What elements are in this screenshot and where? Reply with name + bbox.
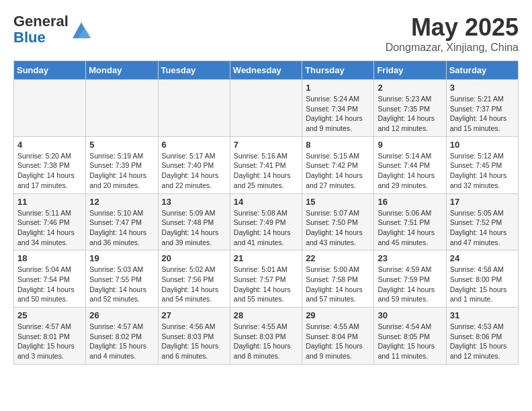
calendar-week-row: 4Sunrise: 5:20 AM Sunset: 7:38 PM Daylig… [14,136,519,193]
calendar-cell: 20Sunrise: 5:02 AM Sunset: 7:56 PM Dayli… [158,250,230,308]
day-info: Sunrise: 5:07 AM Sunset: 7:50 PM Dayligh… [306,208,370,248]
calendar-week-row: 18Sunrise: 5:04 AM Sunset: 7:54 PM Dayli… [14,250,519,308]
calendar-cell: 26Sunrise: 4:57 AM Sunset: 8:02 PM Dayli… [86,308,158,365]
day-of-week-header: Saturday [446,61,518,80]
calendar-cell [158,80,230,137]
page-header: General Blue May 2025 Dongmazar, Xinjian… [13,13,519,54]
calendar-cell: 10Sunrise: 5:12 AM Sunset: 7:45 PM Dayli… [446,136,518,193]
calendar-cell: 7Sunrise: 5:16 AM Sunset: 7:41 PM Daylig… [230,136,302,193]
calendar-cell: 30Sunrise: 4:54 AM Sunset: 8:05 PM Dayli… [374,308,446,365]
location-subtitle: Dongmazar, Xinjiang, China [386,42,519,54]
calendar-cell: 11Sunrise: 5:11 AM Sunset: 7:46 PM Dayli… [14,193,86,250]
calendar-cell: 14Sunrise: 5:08 AM Sunset: 7:49 PM Dayli… [230,193,302,250]
day-number: 17 [450,197,515,207]
calendar-cell: 2Sunrise: 5:23 AM Sunset: 7:35 PM Daylig… [374,80,446,137]
calendar-cell: 29Sunrise: 4:55 AM Sunset: 8:04 PM Dayli… [302,308,374,365]
day-number: 12 [89,197,154,207]
day-info: Sunrise: 5:06 AM Sunset: 7:51 PM Dayligh… [378,208,442,248]
day-number: 15 [306,197,370,207]
logo: General Blue [13,13,91,46]
day-info: Sunrise: 4:53 AM Sunset: 8:06 PM Dayligh… [450,322,515,361]
day-number: 25 [17,310,82,320]
day-info: Sunrise: 5:20 AM Sunset: 7:38 PM Dayligh… [17,151,82,191]
day-info: Sunrise: 4:57 AM Sunset: 8:01 PM Dayligh… [17,322,82,361]
day-info: Sunrise: 5:02 AM Sunset: 7:56 PM Dayligh… [162,265,226,304]
day-of-week-header: Wednesday [230,61,302,80]
month-year-title: May 2025 [386,13,519,42]
calendar-week-row: 25Sunrise: 4:57 AM Sunset: 8:01 PM Dayli… [14,308,519,365]
day-number: 13 [162,197,226,207]
logo-blue: Blue [13,30,69,46]
calendar-cell: 24Sunrise: 4:58 AM Sunset: 8:00 PM Dayli… [446,250,518,308]
logo-icon [71,19,91,40]
day-number: 8 [306,140,370,150]
day-info: Sunrise: 5:24 AM Sunset: 7:34 PM Dayligh… [306,94,370,134]
day-number: 24 [450,253,515,263]
day-number: 6 [162,140,226,150]
calendar-cell: 25Sunrise: 4:57 AM Sunset: 8:01 PM Dayli… [14,308,86,365]
calendar-cell: 23Sunrise: 4:59 AM Sunset: 7:59 PM Dayli… [374,250,446,308]
day-info: Sunrise: 5:21 AM Sunset: 7:37 PM Dayligh… [450,94,515,134]
calendar-cell [230,80,302,137]
logo-general: General [13,13,69,30]
day-number: 23 [378,253,442,263]
day-number: 30 [378,310,442,320]
day-info: Sunrise: 5:09 AM Sunset: 7:48 PM Dayligh… [162,208,226,248]
day-number: 26 [89,310,154,320]
day-info: Sunrise: 5:17 AM Sunset: 7:40 PM Dayligh… [162,151,226,191]
day-info: Sunrise: 5:04 AM Sunset: 7:54 PM Dayligh… [17,265,82,304]
day-info: Sunrise: 4:58 AM Sunset: 8:00 PM Dayligh… [450,265,515,304]
day-of-week-header: Sunday [14,61,86,80]
calendar-cell: 13Sunrise: 5:09 AM Sunset: 7:48 PM Dayli… [158,193,230,250]
day-info: Sunrise: 5:05 AM Sunset: 7:52 PM Dayligh… [450,208,515,248]
day-number: 18 [17,253,82,263]
calendar-cell: 8Sunrise: 5:15 AM Sunset: 7:42 PM Daylig… [302,136,374,193]
calendar-cell: 16Sunrise: 5:06 AM Sunset: 7:51 PM Dayli… [374,193,446,250]
calendar-header-row: SundayMondayTuesdayWednesdayThursdayFrid… [14,61,519,80]
day-number: 11 [17,197,82,207]
calendar-cell: 4Sunrise: 5:20 AM Sunset: 7:38 PM Daylig… [14,136,86,193]
day-info: Sunrise: 5:10 AM Sunset: 7:47 PM Dayligh… [89,208,154,248]
day-number: 4 [17,140,82,150]
day-number: 20 [162,253,226,263]
day-number: 14 [234,197,298,207]
day-number: 7 [234,140,298,150]
day-info: Sunrise: 5:01 AM Sunset: 7:57 PM Dayligh… [234,265,298,304]
day-info: Sunrise: 5:08 AM Sunset: 7:49 PM Dayligh… [234,208,298,248]
calendar-cell: 31Sunrise: 4:53 AM Sunset: 8:06 PM Dayli… [446,308,518,365]
day-info: Sunrise: 5:19 AM Sunset: 7:39 PM Dayligh… [89,151,154,191]
day-info: Sunrise: 4:54 AM Sunset: 8:05 PM Dayligh… [378,322,442,361]
day-info: Sunrise: 4:55 AM Sunset: 8:03 PM Dayligh… [234,322,298,361]
day-info: Sunrise: 4:57 AM Sunset: 8:02 PM Dayligh… [89,322,154,361]
calendar-cell [86,80,158,137]
calendar-cell: 6Sunrise: 5:17 AM Sunset: 7:40 PM Daylig… [158,136,230,193]
day-info: Sunrise: 4:55 AM Sunset: 8:04 PM Dayligh… [306,322,370,361]
day-number: 21 [234,253,298,263]
day-info: Sunrise: 5:15 AM Sunset: 7:42 PM Dayligh… [306,151,370,191]
calendar-cell: 28Sunrise: 4:55 AM Sunset: 8:03 PM Dayli… [230,308,302,365]
day-info: Sunrise: 5:23 AM Sunset: 7:35 PM Dayligh… [378,94,442,134]
day-of-week-header: Friday [374,61,446,80]
day-number: 29 [306,310,370,320]
day-number: 1 [306,83,370,93]
calendar-cell: 22Sunrise: 5:00 AM Sunset: 7:58 PM Dayli… [302,250,374,308]
day-info: Sunrise: 4:59 AM Sunset: 7:59 PM Dayligh… [378,265,442,304]
calendar-cell: 21Sunrise: 5:01 AM Sunset: 7:57 PM Dayli… [230,250,302,308]
day-info: Sunrise: 5:00 AM Sunset: 7:58 PM Dayligh… [306,265,370,304]
day-number: 28 [234,310,298,320]
day-info: Sunrise: 5:16 AM Sunset: 7:41 PM Dayligh… [234,151,298,191]
day-number: 10 [450,140,515,150]
calendar-cell [14,80,86,137]
day-number: 16 [378,197,442,207]
calendar-table: SundayMondayTuesdayWednesdayThursdayFrid… [13,60,519,365]
day-number: 31 [450,310,515,320]
calendar-cell: 18Sunrise: 5:04 AM Sunset: 7:54 PM Dayli… [14,250,86,308]
calendar-cell: 19Sunrise: 5:03 AM Sunset: 7:55 PM Dayli… [86,250,158,308]
day-number: 2 [378,83,442,93]
day-info: Sunrise: 5:03 AM Sunset: 7:55 PM Dayligh… [89,265,154,304]
day-of-week-header: Tuesday [158,61,230,80]
calendar-cell: 3Sunrise: 5:21 AM Sunset: 7:37 PM Daylig… [446,80,518,137]
calendar-cell: 12Sunrise: 5:10 AM Sunset: 7:47 PM Dayli… [86,193,158,250]
day-info: Sunrise: 4:56 AM Sunset: 8:03 PM Dayligh… [162,322,226,361]
day-info: Sunrise: 5:11 AM Sunset: 7:46 PM Dayligh… [17,208,82,248]
